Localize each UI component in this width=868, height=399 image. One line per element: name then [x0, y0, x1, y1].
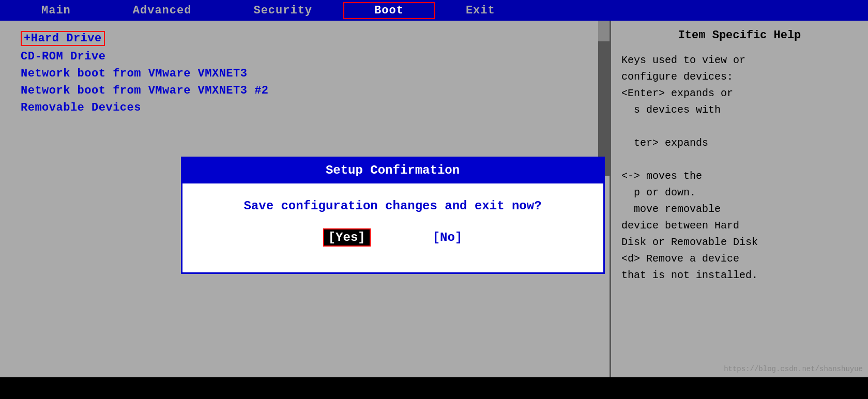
scrollbar[interactable] — [598, 21, 610, 176]
setup-confirmation-dialog: Setup Confirmation Save configuration ch… — [181, 157, 605, 274]
dialog-body: Save configuration changes and exit now?… — [182, 183, 603, 272]
watermark: https://blog.csdn.net/shanshuyue — [724, 365, 863, 373]
boot-item-hard-drive[interactable]: +Hard Drive — [21, 31, 105, 46]
dialog-question: Save configuration changes and exit now? — [193, 199, 593, 213]
status-bar — [0, 377, 868, 399]
menu-main[interactable]: Main — [10, 2, 102, 19]
boot-item-network2[interactable]: Network boot from VMware VMXNET3 #2 — [21, 84, 589, 97]
dialog-title: Setup Confirmation — [182, 158, 603, 182]
boot-item-network1[interactable]: Network boot from VMware VMXNET3 — [21, 67, 589, 80]
help-text: Keys used to view or configure devices: … — [621, 52, 858, 284]
menu-bar: Main Advanced Security Boot Exit — [0, 0, 868, 21]
scrollbar-thumb — [598, 21, 610, 41]
boot-item-cdrom[interactable]: CD-ROM Drive — [21, 50, 589, 63]
dialog-no-button[interactable]: [No] — [433, 228, 463, 247]
menu-security[interactable]: Security — [222, 2, 343, 19]
help-panel: Item Specific Help Keys used to view or … — [610, 21, 868, 399]
dialog-buttons: [Yes] [No] — [193, 228, 593, 257]
dialog-yes-button[interactable]: [Yes] — [323, 228, 371, 247]
menu-boot[interactable]: Boot — [343, 2, 435, 19]
help-title: Item Specific Help — [621, 29, 858, 42]
menu-advanced[interactable]: Advanced — [102, 2, 223, 19]
boot-item-removable[interactable]: Removable Devices — [21, 101, 589, 114]
menu-exit[interactable]: Exit — [435, 2, 526, 19]
